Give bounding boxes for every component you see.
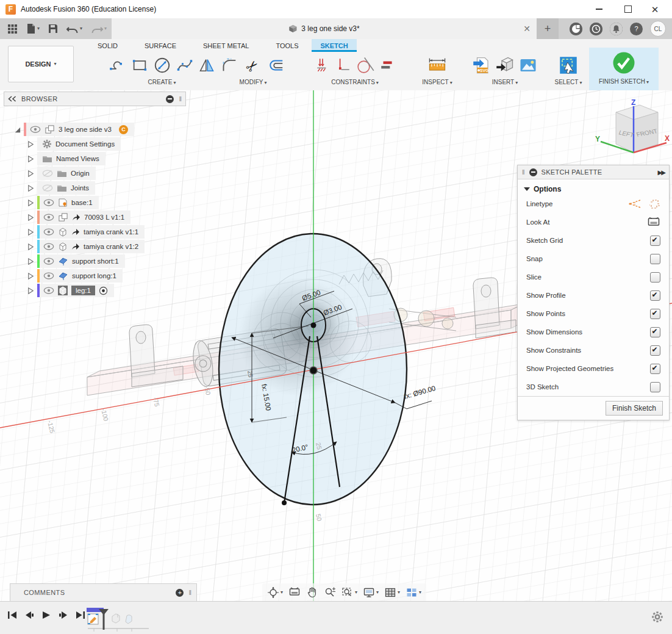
file-menu-button[interactable]: ▾	[26, 23, 40, 34]
collapse-panel-icon[interactable]	[8, 96, 16, 102]
sketch-palette-header[interactable]: ‖ SKETCH PALETTE ▶▶	[518, 165, 669, 179]
hide-panel-icon[interactable]	[166, 95, 174, 103]
redo-button[interactable]: ▾	[91, 24, 107, 34]
browser-item-label[interactable]: base:1	[71, 199, 93, 206]
insert-canvas-icon[interactable]	[519, 56, 537, 74]
snap-checkbox[interactable]	[650, 254, 660, 264]
options-section-header[interactable]: Options	[518, 179, 669, 195]
browser-row[interactable]: Document Settings	[27, 137, 121, 151]
browser-item-label[interactable]: support long:1	[72, 272, 116, 279]
collapsed-disclosure-icon[interactable]	[27, 228, 35, 236]
timeline-settings-gear-icon[interactable]	[651, 611, 663, 623]
show-constraints-checkbox[interactable]	[650, 345, 660, 356]
collapsed-disclosure-icon[interactable]	[27, 272, 35, 280]
browser-row-selected[interactable]: leg:1	[27, 284, 114, 297]
constraints-group-label[interactable]: CONSTRAINTS▾	[301, 79, 409, 85]
constraint-coincident-icon[interactable]	[315, 57, 331, 74]
tab-surface[interactable]: SURFACE	[131, 39, 190, 52]
collapsed-disclosure-icon[interactable]	[27, 258, 35, 265]
new-tab-button[interactable]: +	[537, 18, 559, 39]
browser-row[interactable]: Origin	[27, 167, 96, 180]
document-tab[interactable]: 3 leg one side v3*	[288, 24, 359, 33]
construction-line-icon[interactable]	[629, 198, 642, 209]
show-projected-geometries-checkbox[interactable]	[650, 364, 660, 374]
collapsed-disclosure-icon[interactable]	[27, 199, 35, 207]
insert-mesh-icon[interactable]	[496, 56, 514, 74]
browser-row[interactable]: support long:1	[27, 269, 123, 283]
trim-tool-icon[interactable]: ✂	[243, 56, 262, 74]
offset-tool-icon[interactable]	[266, 56, 285, 74]
collapsed-disclosure-icon[interactable]	[27, 287, 35, 295]
maximize-button[interactable]	[616, 0, 640, 18]
sketch-grid-checkbox[interactable]	[650, 236, 660, 246]
constraint-vertical-horizontal-icon[interactable]	[335, 57, 351, 74]
eye-icon[interactable]	[43, 272, 54, 279]
panel-grip[interactable]: ‖	[179, 95, 182, 103]
eye-icon[interactable]	[43, 258, 54, 265]
step-back-button[interactable]	[24, 611, 34, 619]
tab-tools[interactable]: TOOLS	[262, 39, 312, 52]
eye-hidden-icon[interactable]	[42, 170, 53, 177]
timeline-feature-disabled[interactable]	[126, 615, 132, 624]
modify-group-label[interactable]: MODIFY▾	[210, 79, 296, 85]
view-cube[interactable]: Z Y X LEFT FRONT	[595, 99, 671, 165]
save-button[interactable]	[48, 24, 58, 34]
eye-icon[interactable]	[43, 214, 54, 221]
grid-settings-button[interactable]: ▾	[384, 586, 400, 599]
line-tool-icon[interactable]	[109, 57, 126, 74]
show-points-checkbox[interactable]	[650, 309, 660, 319]
browser-row[interactable]: base:1	[27, 196, 99, 209]
expand-panel-icon[interactable]: ▶▶	[658, 169, 665, 176]
browser-item-label[interactable]: Named Views	[56, 155, 99, 162]
browser-row[interactable]: 70093 L v1:1	[27, 211, 130, 224]
add-comment-icon[interactable]: +	[176, 589, 184, 597]
panel-grip[interactable]: ‖	[522, 168, 525, 176]
step-forward-button[interactable]	[59, 611, 68, 619]
browser-item-label[interactable]: tamiya crank v1:2	[84, 243, 138, 250]
fillet-tool-icon[interactable]	[221, 57, 238, 74]
collapsed-disclosure-icon[interactable]	[27, 155, 35, 163]
browser-item-label[interactable]: Joints	[71, 184, 89, 192]
create-group-label[interactable]: CREATE▾	[109, 79, 215, 85]
eye-icon[interactable]	[30, 126, 41, 133]
look-at-icon[interactable]	[647, 217, 660, 228]
constraint-equal-icon[interactable]	[379, 57, 395, 73]
3d-sketch-checkbox[interactable]	[650, 382, 660, 392]
activate-component-radio-icon[interactable]	[99, 286, 108, 295]
root-component-label[interactable]: 3 leg one side v3	[59, 126, 112, 133]
timeline-position-marker[interactable]	[99, 609, 109, 630]
cloud-status-badge[interactable]: C	[119, 125, 128, 134]
extensions-icon[interactable]	[570, 23, 582, 35]
display-settings-button[interactable]: ▾	[363, 586, 379, 599]
browser-row[interactable]: tamiya crank v1:2	[27, 240, 145, 253]
projection-linetype-icon[interactable]	[648, 199, 660, 209]
finish-sketch-button[interactable]: Finish Sketch	[606, 401, 663, 416]
eye-icon[interactable]	[43, 199, 54, 206]
slice-checkbox[interactable]	[650, 272, 660, 283]
eye-icon[interactable]	[43, 287, 54, 294]
finish-sketch-icon[interactable]	[612, 51, 636, 75]
browser-item-label[interactable]: tamiya crank v1:1	[84, 228, 138, 236]
show-profile-checkbox[interactable]	[650, 290, 660, 301]
workspace-selector[interactable]: DESIGN ▾	[8, 46, 74, 82]
browser-row[interactable]: support short:1	[27, 254, 125, 268]
look-at-button[interactable]	[288, 586, 301, 599]
show-dimensions-checkbox[interactable]	[650, 327, 660, 337]
browser-row[interactable]: Joints	[27, 181, 95, 195]
timeline-sketch-feature[interactable]	[88, 614, 98, 624]
expanded-disclosure-icon[interactable]	[13, 126, 21, 134]
browser-header[interactable]: BROWSER ‖	[4, 92, 186, 106]
user-avatar[interactable]: CL	[650, 21, 666, 37]
help-icon[interactable]: ?	[630, 23, 643, 35]
tab-sheet-metal[interactable]: SHEET METAL	[190, 39, 262, 52]
recent-clock-icon[interactable]	[590, 23, 602, 35]
insert-group-label[interactable]: INSERT▾	[465, 79, 545, 85]
browser-item-label[interactable]: 70093 L v1:1	[84, 214, 124, 221]
collapsed-disclosure-icon[interactable]	[27, 184, 35, 192]
browser-item-label[interactable]: leg:1	[71, 286, 95, 295]
browser-item-label[interactable]: Document Settings	[55, 140, 115, 148]
browser-row-root[interactable]: 3 leg one side v3 C	[13, 123, 134, 136]
go-to-start-button[interactable]	[7, 611, 17, 619]
browser-row[interactable]: Named Views	[27, 152, 105, 165]
close-button[interactable]: ✕	[643, 0, 667, 18]
